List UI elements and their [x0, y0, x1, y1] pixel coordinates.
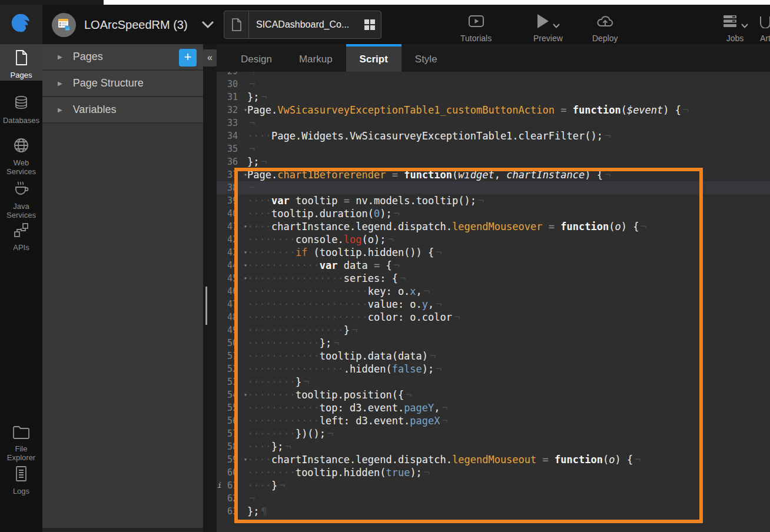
- code-line[interactable]: 59▾····chartInstance.legend.dispatch.leg…: [217, 453, 770, 466]
- script-code-editor[interactable]: 29¬30¬31};¬32▾Page.VwSicasurveyException…: [217, 72, 770, 532]
- code-line[interactable]: 52················.hidden(false);¬: [217, 363, 770, 375]
- code-line[interactable]: 57········})();¬: [217, 427, 770, 440]
- code-text[interactable]: ¬: [247, 181, 255, 194]
- code-line[interactable]: 58····};¬: [217, 440, 770, 453]
- fold-arrow-icon[interactable]: ▾: [238, 272, 247, 285]
- code-text[interactable]: ····················color: o.color¬: [247, 311, 460, 324]
- code-line[interactable]: 32▾Page.VwSicasurveyExceptionTable1_cust…: [217, 104, 770, 117]
- project-switcher[interactable]: LOArcSpeedRM (3): [52, 12, 215, 38]
- code-text[interactable]: ¬: [247, 142, 255, 155]
- code-text[interactable]: ········console.log(o);¬: [247, 233, 394, 246]
- tab-script[interactable]: Script: [346, 44, 401, 72]
- code-text[interactable]: ····tooltip.duration(0);¬: [247, 207, 400, 220]
- code-text[interactable]: ········tooltip.hidden(true);¬: [247, 466, 430, 479]
- code-text[interactable]: ········})();¬: [247, 427, 333, 440]
- code-line[interactable]: 56············left: d3.event.pageX¬: [217, 414, 770, 427]
- code-line[interactable]: 54▾········tooltip.position({¬: [217, 388, 770, 401]
- jobs-dropdown-chevron-icon[interactable]: [741, 20, 748, 31]
- code-line[interactable]: 38¬: [217, 181, 770, 194]
- sidebar-item-logs[interactable]: Logs: [0, 460, 42, 496]
- tab-style[interactable]: Style: [401, 44, 451, 72]
- code-text[interactable]: ············tooltip.data(data)¬: [247, 350, 436, 363]
- expand-triangle-icon[interactable]: ▶: [58, 54, 62, 60]
- code-text[interactable]: };¬: [247, 91, 267, 104]
- expand-triangle-icon[interactable]: ▶: [58, 80, 62, 87]
- code-line[interactable]: 47····················value: o.y,¬: [217, 298, 770, 311]
- collapse-panel-button[interactable]: «: [203, 49, 217, 66]
- toolbar-action-deploy[interactable]: Deploy: [592, 13, 618, 43]
- code-line[interactable]: 53········}¬: [217, 375, 770, 388]
- fold-arrow-icon[interactable]: ▾: [238, 104, 247, 117]
- code-line[interactable]: 33¬: [217, 117, 770, 129]
- code-text[interactable]: ············var data = {¬: [247, 259, 400, 272]
- code-text[interactable]: };¶: [247, 505, 267, 518]
- page-layout-grid-icon[interactable]: [359, 19, 381, 31]
- code-line[interactable]: 35¬: [217, 142, 770, 155]
- sidebar-item-java-services[interactable]: Java Services: [0, 175, 42, 220]
- code-line[interactable]: 30¬: [217, 78, 770, 91]
- panel-section-pages[interactable]: ▶Pages+: [42, 44, 203, 71]
- fold-arrow-icon[interactable]: ▾: [238, 388, 247, 401]
- code-line[interactable]: 44▾············var data = {¬: [217, 259, 770, 272]
- code-line[interactable]: 45▾················series: {¬: [217, 272, 770, 285]
- toolbar-action-artifacts[interactable]: Art: [758, 13, 770, 43]
- code-text[interactable]: ················}¬: [247, 324, 357, 337]
- fold-arrow-icon[interactable]: ▾: [238, 453, 247, 466]
- code-text[interactable]: ············left: d3.event.pageX¬: [247, 414, 448, 427]
- code-text[interactable]: ················series: {¬: [247, 272, 406, 285]
- code-text[interactable]: ····Page.Widgets.VwSicasurveyExceptionTa…: [247, 129, 610, 142]
- code-text[interactable]: ····chartInstance.legend.dispatch.legend…: [247, 453, 640, 466]
- fold-arrow-icon[interactable]: ▾: [238, 259, 247, 272]
- code-line[interactable]: 39····var tooltip = nv.models.tooltip();…: [217, 194, 770, 207]
- code-line[interactable]: 37▾Page.chart1Beforerender = function(wi…: [217, 168, 770, 181]
- code-text[interactable]: };¬: [247, 155, 267, 168]
- sidebar-item-file-explorer[interactable]: File Explorer: [0, 419, 42, 462]
- project-dropdown-chevron-icon[interactable]: [201, 21, 215, 29]
- code-line[interactable]: 48····················color: o.color¬: [217, 311, 770, 324]
- code-text[interactable]: ····var tooltip = nv.models.tooltip();¬: [247, 194, 484, 207]
- preview-dropdown-chevron-icon[interactable]: [553, 20, 560, 31]
- wavemaker-logo[interactable]: [0, 5, 42, 44]
- code-text[interactable]: ····}¬: [247, 479, 285, 492]
- code-text[interactable]: ········if (tooltip.hidden()) {¬: [247, 246, 442, 259]
- code-line[interactable]: 55············top: d3.event.pageY,¬: [217, 401, 770, 414]
- code-line[interactable]: i61····}¬: [217, 479, 770, 492]
- code-line[interactable]: 62¬: [217, 492, 770, 505]
- expand-triangle-icon[interactable]: ▶: [58, 107, 62, 113]
- tab-markup[interactable]: Markup: [286, 44, 346, 72]
- panel-section-page-structure[interactable]: ▶Page Structure: [42, 71, 203, 97]
- fold-arrow-icon[interactable]: ▾: [238, 246, 247, 259]
- toolbar-action-preview[interactable]: Preview: [533, 13, 563, 43]
- code-text[interactable]: Page.chart1Beforerender = function(widge…: [247, 168, 610, 181]
- code-line[interactable]: 43▾········if (tooltip.hidden()) {¬: [217, 246, 770, 259]
- code-text[interactable]: ¬: [247, 117, 255, 129]
- code-text[interactable]: ····chartInstance.legend.dispatch.legend…: [247, 220, 647, 233]
- open-page-tab[interactable]: SICADashboard_Co...: [224, 11, 381, 39]
- code-line[interactable]: 36};¬: [217, 155, 770, 168]
- code-text[interactable]: ················.hidden(false);¬: [247, 363, 442, 375]
- code-text[interactable]: ········}¬: [247, 375, 309, 388]
- code-text[interactable]: ············top: d3.event.pageY,¬: [247, 401, 448, 414]
- fold-arrow-icon[interactable]: ▾: [238, 220, 247, 233]
- sidebar-item-databases[interactable]: Databases: [0, 89, 42, 125]
- panel-section-variables[interactable]: ▶Variables: [42, 97, 203, 124]
- add-page-button[interactable]: +: [179, 49, 197, 66]
- sidebar-item-apis[interactable]: APIs: [0, 217, 42, 252]
- code-text[interactable]: ····················key: o.x,¬: [247, 285, 430, 298]
- code-text[interactable]: ¬: [247, 78, 255, 91]
- splitter-drag-handle[interactable]: [205, 287, 207, 325]
- code-line[interactable]: 46····················key: o.x,¬: [217, 285, 770, 298]
- code-text[interactable]: ¬: [247, 72, 255, 78]
- code-text[interactable]: Page.VwSicasurveyExceptionTable1_customB…: [247, 104, 689, 117]
- code-text[interactable]: ········tooltip.position({¬: [247, 388, 411, 401]
- code-line[interactable]: 29¬: [217, 72, 770, 78]
- code-line[interactable]: 50············};¬: [217, 337, 770, 350]
- code-line[interactable]: 40····tooltip.duration(0);¬: [217, 207, 770, 220]
- sidebar-item-web-services[interactable]: Web Services: [0, 132, 42, 176]
- sidebar-item-pages[interactable]: Pages: [0, 44, 42, 81]
- code-text[interactable]: ····················value: o.y,¬: [247, 298, 442, 311]
- code-line[interactable]: 49················}¬: [217, 324, 770, 337]
- code-text[interactable]: ············};¬: [247, 337, 340, 350]
- code-line[interactable]: 41▾····chartInstance.legend.dispatch.leg…: [217, 220, 770, 233]
- toolbar-action-jobs[interactable]: Jobs: [722, 13, 748, 43]
